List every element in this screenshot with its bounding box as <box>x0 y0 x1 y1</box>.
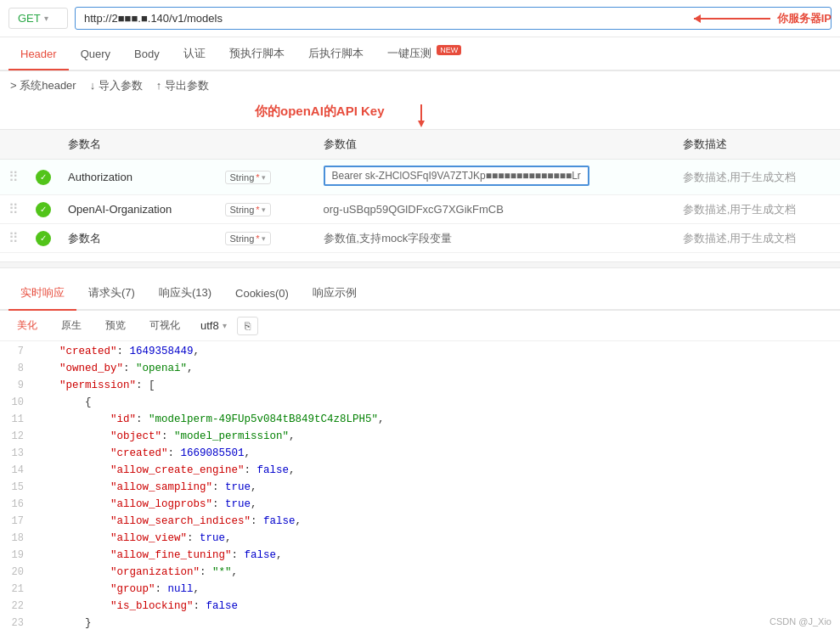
param-name-cell: 参数名 <box>59 224 213 253</box>
line-content: "permission": [ <box>34 379 840 392</box>
encoding-label: utf8 <box>200 319 219 332</box>
param-value-text: 参数值,支持mock字段变量 <box>324 232 453 244</box>
col-check <box>27 130 59 160</box>
json-line: 15 "allow_sampling": true, <box>0 480 840 497</box>
method-chevron-icon: ▾ <box>44 14 48 23</box>
drag-handle[interactable]: ⠿ <box>0 195 27 224</box>
line-content: "is_blocking": false <box>34 599 840 613</box>
row-checkbox-0[interactable]: ✓ <box>36 170 51 185</box>
table-row: ⠿ ✓ 参数名 String * ▾ 参数值,支持mock字段变量 参数描述,用… <box>0 224 840 253</box>
line-content: "id": "modelperm-49FUp5v084tB849tC4z8LPH… <box>34 413 840 426</box>
param-value-cell: 参数值,支持mock字段变量 <box>315 224 674 253</box>
new-badge: NEW <box>437 45 461 55</box>
url-input[interactable] <box>75 7 832 30</box>
line-number: 12 <box>0 430 34 442</box>
json-line: 23 } <box>0 616 840 633</box>
export-params-label: ↑ 导出参数 <box>156 78 209 93</box>
tab-response-headers[interactable]: 响应头(13) <box>147 277 223 309</box>
params-table: 参数名 参数值 参数描述 ⠿ ✓ Authorization String * … <box>0 129 840 253</box>
type-badge-0[interactable]: String * ▾ <box>225 171 271 184</box>
required-star: * <box>256 205 259 215</box>
line-content: "object": "model_permission", <box>34 430 840 443</box>
method-label: GET <box>18 12 41 25</box>
type-chevron-icon: ▾ <box>262 234 266 243</box>
line-content: "allow_logprobs": true, <box>34 497 840 511</box>
line-content: "allow_fine_tuning": false, <box>34 548 840 562</box>
line-content: "created": 1669085501, <box>34 447 840 460</box>
line-number: 11 <box>0 413 34 425</box>
preview-btn[interactable]: 预览 <box>99 316 132 335</box>
system-header-label: > 系统header <box>10 78 76 93</box>
copy-btn[interactable]: ⎘ <box>237 317 258 335</box>
drag-handle[interactable]: ⠿ <box>0 224 27 253</box>
line-number: 17 <box>0 514 34 527</box>
json-line: 19 "allow_fine_tuning": false, <box>0 548 840 565</box>
sys-header-item[interactable]: > 系统header <box>10 78 76 93</box>
type-badge-1[interactable]: String * ▾ <box>225 203 271 216</box>
col-param-name: 参数名 <box>59 130 213 160</box>
encoding-select-wrapper[interactable]: utf8 ▾ <box>200 319 227 332</box>
beautify-btn[interactable]: 美化 <box>10 316 44 335</box>
line-content: "organization": "*", <box>34 565 840 579</box>
tab-query[interactable]: Query <box>69 39 122 69</box>
table-row: ⠿ ✓ Authorization String * ▾ Bearer sk-Z… <box>0 160 840 195</box>
line-number: 20 <box>0 565 34 578</box>
param-desc-cell: 参数描述,用于生成文档 <box>674 160 840 195</box>
section-divider <box>0 261 840 268</box>
line-number: 22 <box>0 599 34 612</box>
tab-realtime-response[interactable]: 实时响应 <box>8 277 76 311</box>
json-line: 21 "group": null, <box>0 582 840 599</box>
json-line: 14 "allow_create_engine": false, <box>0 464 840 480</box>
line-content: "group": null, <box>34 582 840 596</box>
url-bar: GET ▾ 你服务器IP <box>0 0 840 37</box>
system-bar: > 系统header ↓ 导入参数 ↑ 导出参数 <box>0 71 840 100</box>
json-line: 18 "allow_view": true, <box>0 531 840 548</box>
import-params-item[interactable]: ↓ 导入参数 <box>90 78 143 93</box>
type-badge-2[interactable]: String * ▾ <box>225 232 271 245</box>
type-chevron-icon: ▾ <box>262 173 266 182</box>
visualize-btn[interactable]: 可视化 <box>143 316 187 335</box>
line-number: 18 <box>0 531 34 544</box>
apikey-annotation-text: 你的openAI的API Key <box>255 104 385 118</box>
top-tabs: Header Query Body 认证 预执行脚本 后执行脚本 一键压测 NE… <box>0 37 840 71</box>
param-value-text: org-uSBqp59QGlDFxcG7XGikFmCB <box>324 203 504 216</box>
drag-handle[interactable]: ⠿ <box>0 160 27 195</box>
raw-btn[interactable]: 原生 <box>54 316 88 335</box>
tab-response-example[interactable]: 响应示例 <box>301 277 369 309</box>
line-number: 14 <box>0 464 34 476</box>
tab-header[interactable]: Header <box>8 39 69 70</box>
param-desc-cell: 参数描述,用于生成文档 <box>674 195 840 224</box>
line-number: 7 <box>0 345 34 357</box>
tab-stress[interactable]: 一键压测 NEW <box>375 37 474 70</box>
line-number: 19 <box>0 548 34 561</box>
line-number: 9 <box>0 379 34 391</box>
svg-marker-1 <box>418 121 425 127</box>
table-row: ⠿ ✓ OpenAI-Organization String * ▾ org-u… <box>0 195 840 224</box>
bottom-tabs: 实时响应 请求头(7) 响应头(13) Cookies(0) 响应示例 <box>0 277 840 311</box>
col-drag <box>0 130 27 160</box>
tab-auth[interactable]: 认证 <box>172 37 217 70</box>
tab-request-headers[interactable]: 请求头(7) <box>76 277 147 309</box>
param-name-cell: Authorization <box>59 160 213 195</box>
json-line: 11 "id": "modelperm-49FUp5v084tB849tC4z8… <box>0 413 840 430</box>
line-number: 8 <box>0 362 34 374</box>
row-checkbox-2[interactable]: ✓ <box>36 231 51 246</box>
json-line: 8 "owned_by": "openai", <box>0 362 840 379</box>
tab-body[interactable]: Body <box>122 39 172 69</box>
type-chevron-icon: ▾ <box>262 205 266 214</box>
row-checkbox-1[interactable]: ✓ <box>36 202 51 217</box>
line-content: "allow_sampling": true, <box>34 480 840 494</box>
line-number: 13 <box>0 447 34 459</box>
watermark: CSDN @J_Xio <box>770 616 832 627</box>
line-number: 10 <box>0 396 34 408</box>
tab-cookies[interactable]: Cookies(0) <box>223 278 301 308</box>
import-params-label: ↓ 导入参数 <box>90 78 143 93</box>
tab-post-script[interactable]: 后执行脚本 <box>296 37 375 70</box>
export-params-item[interactable]: ↑ 导出参数 <box>156 78 209 93</box>
col-param-value: 参数值 <box>315 130 674 160</box>
json-line: 10 { <box>0 396 840 413</box>
response-tools: 美化 原生 预览 可视化 utf8 ▾ ⎘ <box>0 311 840 341</box>
param-value-cell: org-uSBqp59QGlDFxcG7XGikFmCB <box>315 195 674 224</box>
tab-pre-script[interactable]: 预执行脚本 <box>217 37 296 70</box>
method-select[interactable]: GET ▾ <box>8 8 68 29</box>
